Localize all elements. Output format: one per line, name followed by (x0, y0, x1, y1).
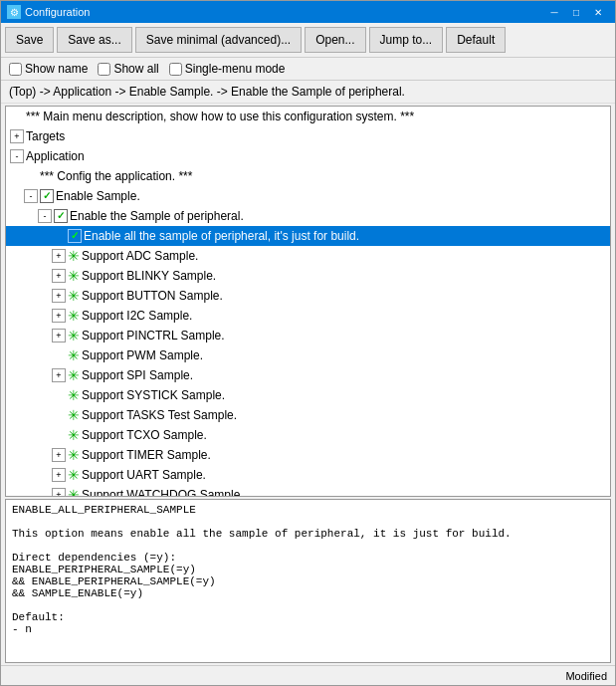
tasks-star-icon: ✳ (68, 406, 80, 424)
maximize-button[interactable]: □ (565, 1, 587, 23)
window-title: Configuration (25, 6, 543, 18)
application-expand[interactable]: - (10, 149, 24, 163)
placeholder (52, 388, 66, 402)
pinctrl-label: Support PINCTRL Sample. (82, 327, 225, 344)
info-dep3: && SAMPLE_ENABLE(=y) (12, 587, 604, 599)
breadcrumb: (Top) -> Application -> Enable Sample. -… (1, 81, 615, 104)
tree-item-enable-all[interactable]: ✓ Enable all the sample of peripheral, i… (6, 226, 610, 246)
tree-item-support-i2c[interactable]: + ✳ Support I2C Sample. (6, 306, 610, 326)
show-name-option[interactable]: Show name (9, 62, 88, 76)
watchdog-expand[interactable]: + (52, 488, 66, 496)
tree-item-support-watchdog[interactable]: + ✳ Support WATCHDOG Sample. (6, 485, 610, 496)
enable-sample-checkbox[interactable]: ✓ (40, 189, 54, 203)
tree-item-support-blinky[interactable]: + ✳ Support BLINKY Sample. (6, 266, 610, 286)
button-expand[interactable]: + (52, 289, 66, 303)
toolbar: Save Save as... Save minimal (advanced).… (1, 23, 615, 58)
tree-item-targets[interactable]: + Targets (6, 126, 610, 146)
app-icon: ⚙ (7, 5, 21, 19)
info-dep2: && ENABLE_PERIPHERAL_SAMPLE(=y) (12, 575, 604, 587)
tasks-label: Support TASKS Test Sample. (82, 406, 237, 424)
spi-label: Support SPI Sample. (82, 366, 193, 384)
pwm-star-icon: ✳ (68, 346, 80, 364)
options-row: Show name Show all Single-menu mode (1, 58, 615, 81)
enable-all-label: Enable all the sample of peripheral, it'… (84, 227, 359, 245)
enable-peripheral-expand[interactable]: - (38, 209, 52, 223)
show-all-label: Show all (113, 62, 158, 76)
config-text: *** Config the application. *** (40, 167, 192, 185)
tree-item-enable-peripheral[interactable]: - ✓ Enable the Sample of peripheral. (6, 206, 610, 226)
uart-star-icon: ✳ (68, 466, 80, 484)
save-button[interactable]: Save (5, 27, 54, 53)
tree-item-support-tasks[interactable]: ✳ Support TASKS Test Sample. (6, 405, 610, 425)
tree-item-support-pwm[interactable]: ✳ Support PWM Sample. (6, 345, 610, 365)
close-button[interactable]: ✕ (587, 1, 609, 23)
uart-label: Support UART Sample. (82, 466, 206, 484)
info-deps-label: Direct dependencies (=y): (12, 552, 604, 564)
tree-item-support-timer[interactable]: + ✳ Support TIMER Sample. (6, 445, 610, 465)
minimize-button[interactable]: ─ (543, 1, 565, 23)
placeholder (52, 408, 66, 422)
adc-label: Support ADC Sample. (82, 247, 198, 265)
enable-peripheral-label: Enable the Sample of peripheral. (70, 207, 244, 225)
info-panel: ENABLE_ALL_PERIPHERAL_SAMPLE This option… (5, 499, 611, 663)
pinctrl-expand[interactable]: + (52, 329, 66, 343)
spi-expand[interactable]: + (52, 368, 66, 382)
placeholder (52, 348, 66, 362)
save-minimal-button[interactable]: Save minimal (advanced)... (135, 27, 302, 53)
single-menu-label: Single-menu mode (185, 62, 286, 76)
tree-item-support-tcxo[interactable]: ✳ Support TCXO Sample. (6, 425, 610, 445)
tree-item-enable-sample[interactable]: - ✓ Enable Sample. (6, 186, 610, 206)
save-as-button[interactable]: Save as... (57, 27, 131, 53)
tree-item-application[interactable]: - Application (6, 146, 610, 166)
tree-config-text: *** Config the application. *** (6, 166, 610, 186)
tree-item-support-button[interactable]: + ✳ Support BUTTON Sample. (6, 286, 610, 306)
tcxo-label: Support TCXO Sample. (82, 426, 207, 444)
blinky-label: Support BLINKY Sample. (82, 267, 216, 285)
enable-sample-expand[interactable]: - (24, 189, 38, 203)
window-controls: ─ □ ✕ (543, 1, 609, 23)
info-default-label: Default: (12, 611, 604, 623)
single-menu-checkbox[interactable] (169, 63, 182, 76)
i2c-star-icon: ✳ (68, 307, 80, 325)
timer-star-icon: ✳ (68, 446, 80, 464)
adc-star-icon: ✳ (68, 247, 80, 265)
blinky-expand[interactable]: + (52, 269, 66, 283)
tree-panel: *** Main menu description, show how to u… (5, 106, 611, 497)
placeholder (52, 229, 66, 243)
adc-expand[interactable]: + (52, 249, 66, 263)
single-menu-option[interactable]: Single-menu mode (169, 62, 286, 76)
enable-all-checkbox[interactable]: ✓ (68, 229, 82, 243)
enable-peripheral-checkbox[interactable]: ✓ (54, 209, 68, 223)
show-name-checkbox[interactable] (9, 63, 22, 76)
show-all-option[interactable]: Show all (98, 62, 158, 76)
placeholder (24, 169, 38, 183)
tree-header: *** Main menu description, show how to u… (6, 107, 610, 126)
info-description: This option means enable all the sample … (12, 528, 604, 540)
systick-star-icon: ✳ (68, 386, 80, 404)
status-text: Modified (565, 670, 607, 682)
tree-item-support-spi[interactable]: + ✳ Support SPI Sample. (6, 365, 610, 385)
pwm-label: Support PWM Sample. (82, 346, 203, 364)
tree-item-support-uart[interactable]: + ✳ Support UART Sample. (6, 465, 610, 485)
default-button[interactable]: Default (446, 27, 506, 53)
targets-expand[interactable]: + (10, 129, 24, 143)
info-symbol: ENABLE_ALL_PERIPHERAL_SAMPLE (12, 504, 604, 516)
watchdog-star-icon: ✳ (68, 486, 80, 496)
tree-scroll[interactable]: *** Main menu description, show how to u… (6, 107, 610, 496)
i2c-expand[interactable]: + (52, 309, 66, 323)
main-window: ⚙ Configuration ─ □ ✕ Save Save as... Sa… (0, 0, 616, 686)
jump-to-button[interactable]: Jump to... (369, 27, 444, 53)
spi-star-icon: ✳ (68, 366, 80, 384)
tree-item-support-pinctrl[interactable]: + ✳ Support PINCTRL Sample. (6, 326, 610, 345)
blinky-star-icon: ✳ (68, 267, 80, 285)
tree-item-support-systick[interactable]: ✳ Support SYSTICK Sample. (6, 385, 610, 405)
watchdog-label: Support WATCHDOG Sample. (82, 486, 244, 496)
main-area: *** Main menu description, show how to u… (1, 104, 615, 665)
info-dep1: ENABLE_PERIPHERAL_SAMPLE(=y) (12, 564, 604, 575)
timer-expand[interactable]: + (52, 448, 66, 462)
uart-expand[interactable]: + (52, 468, 66, 482)
timer-label: Support TIMER Sample. (82, 446, 211, 464)
open-button[interactable]: Open... (305, 27, 365, 53)
show-all-checkbox[interactable] (98, 63, 110, 76)
tree-item-support-adc[interactable]: + ✳ Support ADC Sample. (6, 246, 610, 266)
